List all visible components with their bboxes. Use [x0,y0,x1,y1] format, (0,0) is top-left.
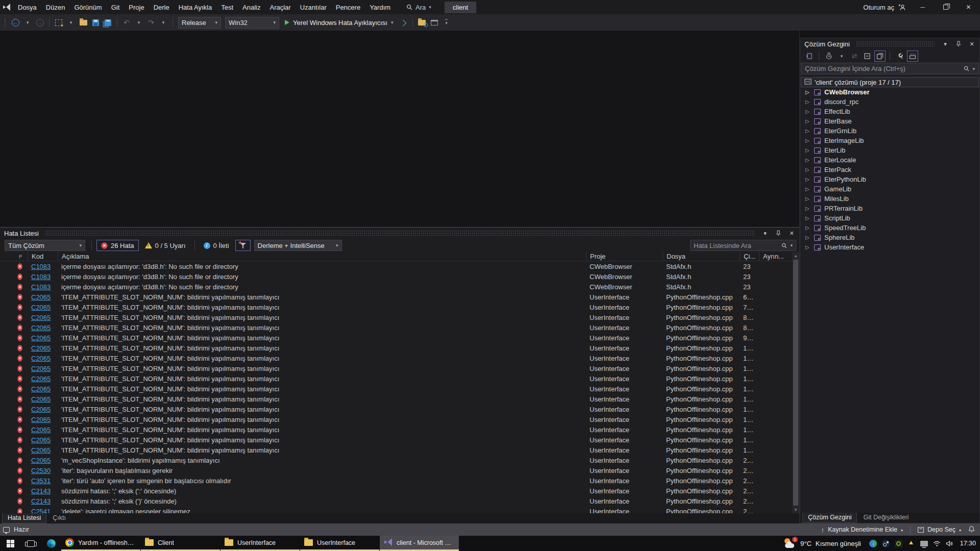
column-header-project[interactable]: Proje [586,252,663,261]
find-in-files-button[interactable] [416,16,428,29]
solution-platform-combo[interactable]: Win32▾ [225,17,279,29]
error-row[interactable]: ✕C1083içerme dosyası açılamıyor: 'd3d8.h… [0,282,792,292]
error-row[interactable]: ✕C2065'ITEM_ATTRIBUTE_SLOT_NORM_NUM': bi… [0,445,792,455]
tree-item-effectlib[interactable]: ▷EffectLib [800,107,979,116]
switch-views-icon[interactable] [803,51,815,62]
pin-icon[interactable] [774,229,783,237]
tree-item-prterrainlib[interactable]: ▷PRTerrainLib [800,204,979,213]
menu-item-uzant-lar[interactable]: Uzantılar [296,0,331,14]
menu-item-ara-lar[interactable]: Araçlar [265,0,296,14]
menu-item-yard-m[interactable]: Yardım [365,0,395,14]
save-button[interactable] [90,16,101,29]
tree-item-eterpythonlib[interactable]: ▷EterPythonLib [800,174,979,184]
error-list-title-bar[interactable]: Hata Listesi ▾ ✕ [0,228,799,239]
tree-item-discord-rpc[interactable]: ▷discord_rpc [800,97,979,107]
column-header-description[interactable]: Açıklama [58,252,586,261]
weather-widget[interactable]: 1 9°C Kısmen güneşli [781,538,864,548]
notifications-bell-icon[interactable] [968,525,975,534]
expand-arrow-icon[interactable]: ▷ [805,177,811,182]
filter-button[interactable] [235,240,251,251]
expand-arrow-icon[interactable]: ▷ [805,109,811,114]
start-button[interactable] [0,536,20,551]
error-row[interactable]: ✕C2065'ITEM_ATTRIBUTE_SLOT_NORM_NUM': bi… [0,424,792,435]
error-row[interactable]: ✕C2065'ITEM_ATTRIBUTE_SLOT_NORM_NUM': bi… [0,394,792,404]
error-row[interactable]: ✕C2065'ITEM_ATTRIBUTE_SLOT_NORM_NUM': bi… [0,322,792,333]
menu-item-proje[interactable]: Proje [124,0,149,14]
volume-icon[interactable] [946,539,954,547]
minimize-button[interactable]: ─ [911,0,934,14]
pending-changes-filter-icon[interactable] [823,51,835,62]
error-row[interactable]: ✕C2065'ITEM_ATTRIBUTE_SLOT_NORM_NUM': bi… [0,333,792,343]
expand-arrow-icon[interactable]: ▷ [805,235,811,240]
tree-item-userinterface[interactable]: ▷UserInterface [800,242,979,252]
error-row[interactable]: ✕C2143sözdizimi hatası: ';' eksik (')' ö… [0,496,792,506]
error-code-link[interactable]: C2065 [28,406,58,413]
taskbar-button-userinterface[interactable]: UserInterface [300,536,379,551]
steam-icon[interactable] [882,539,890,547]
warnings-toggle-button[interactable]: 0 / 5 Uyarı [141,242,190,249]
error-row[interactable]: ✕C2143sözdizimi hatası: ';' eksik (':' ö… [0,486,792,496]
sync-with-active-document-icon[interactable] [849,51,860,62]
error-list-scrollbar[interactable]: ▲ ▼ [792,252,799,513]
expand-arrow-icon[interactable]: ▷ [805,167,811,172]
undo-dropdown[interactable]: ▾ [133,16,144,29]
tree-item-eterbase[interactable]: ▷EterBase [800,116,979,126]
error-row[interactable]: ✕C2065'ITEM_ATTRIBUTE_SLOT_NORM_NUM': bi… [0,343,792,353]
error-row[interactable]: ✕C2065'ITEM_ATTRIBUTE_SLOT_NORM_NUM': bi… [0,292,792,302]
scroll-up-arrow[interactable]: ▲ [792,252,799,259]
expand-arrow-icon[interactable]: ▷ [805,244,811,250]
tree-item-scriptlib[interactable]: ▷ScriptLib [800,213,979,223]
error-code-link[interactable]: C1083 [28,283,58,291]
error-code-link[interactable]: C2143 [28,487,58,495]
error-code-link[interactable]: C2065 [28,446,58,454]
expand-arrow-icon[interactable]: ▷ [805,89,811,95]
menu-item-derle[interactable]: Derle [149,0,174,14]
tree-item-gamelib[interactable]: ▷GameLib [800,184,979,194]
error-row[interactable]: ✕C2065'ITEM_ATTRIBUTE_SLOT_NORM_NUM': bi… [0,414,792,424]
quick-search[interactable]: Ara ▾ [406,4,431,11]
expand-arrow-icon[interactable]: ▷ [805,138,811,143]
tree-item-eterlib[interactable]: ▷EterLib [800,145,979,155]
expand-arrow-icon[interactable]: ▷ [805,225,811,231]
tree-item-eterpack[interactable]: ▷EterPack [800,165,979,174]
solution-explorer-search-input[interactable]: Çözüm Gezgini İçinde Ara (Ctrl+ş) ▾ [801,63,979,74]
close-panel-icon[interactable]: ✕ [967,40,976,48]
start-debugging-button[interactable]: Yerel Windows Hata Ayıklayıcısı ▾ [282,16,397,29]
error-code-link[interactable]: C2065 [28,344,58,352]
solution-configuration-combo[interactable]: Release▾ [178,17,221,29]
error-row[interactable]: ✕C2065'ITEM_ATTRIBUTE_SLOT_NORM_NUM': bi… [0,404,792,414]
error-code-link[interactable]: C2065 [28,385,58,393]
taskbar-button-userinterface[interactable]: UserInterface [220,536,300,551]
column-header-file[interactable]: Dosya [663,252,740,261]
error-row[interactable]: ✕C2065'ITEM_ATTRIBUTE_SLOT_NORM_NUM': bi… [0,302,792,312]
error-code-link[interactable]: C2065 [28,293,58,301]
error-row[interactable]: ✕C2065'ITEM_ATTRIBUTE_SLOT_NORM_NUM': bi… [0,353,792,363]
sign-in-button[interactable]: Oturum aç [858,4,911,11]
error-row[interactable]: ✕C3531'iter': türü 'auto' içeren bir sim… [0,475,792,486]
tab-z-m-gezgini[interactable]: Çözüm Gezgini [802,513,857,523]
restore-button[interactable] [934,0,957,14]
drag-grip[interactable] [45,230,754,236]
expand-arrow-icon[interactable]: ▷ [805,215,811,221]
undo-button[interactable]: ↶ [121,16,132,29]
expand-arrow-icon[interactable]: ▷ [805,147,811,153]
error-row[interactable]: ✕C2065'ITEM_ATTRIBUTE_SLOT_NORM_NUM': bi… [0,312,792,322]
menu-item-hata-ay-kla[interactable]: Hata Ayıkla [174,0,217,14]
taskbar-clock[interactable]: 17:30 [959,540,976,547]
save-all-button[interactable] [102,16,113,29]
edge-taskbar-button[interactable] [41,536,61,551]
navigate-forward-button[interactable]: → [34,16,45,29]
error-row[interactable]: ✕C2065'ITEM_ATTRIBUTE_SLOT_NORM_NUM': bi… [0,384,792,394]
error-code-link[interactable]: C2530 [28,467,58,474]
error-row[interactable]: ✕C2065'ITEM_ATTRIBUTE_SLOT_NORM_NUM': bi… [0,435,792,445]
error-row[interactable]: ✕C2065'm_vecShopInstance': bildirimi yap… [0,455,792,465]
error-code-link[interactable]: C2065 [28,355,58,362]
taskbar-button-client[interactable]: Client [141,536,220,551]
defender-icon[interactable] [908,539,916,547]
column-header-line[interactable]: Çi... [740,252,759,261]
tree-item-etergrnlib[interactable]: ▷EterGrnLib [800,126,979,136]
scroll-thumb[interactable] [793,260,798,506]
taskbar-button-client-microsoft-vis[interactable]: client - Microsoft Vis... [380,536,459,551]
expand-arrow-icon[interactable]: ▷ [805,118,811,124]
scope-filter-combo[interactable]: Tüm Çözüm▾ [5,240,85,251]
